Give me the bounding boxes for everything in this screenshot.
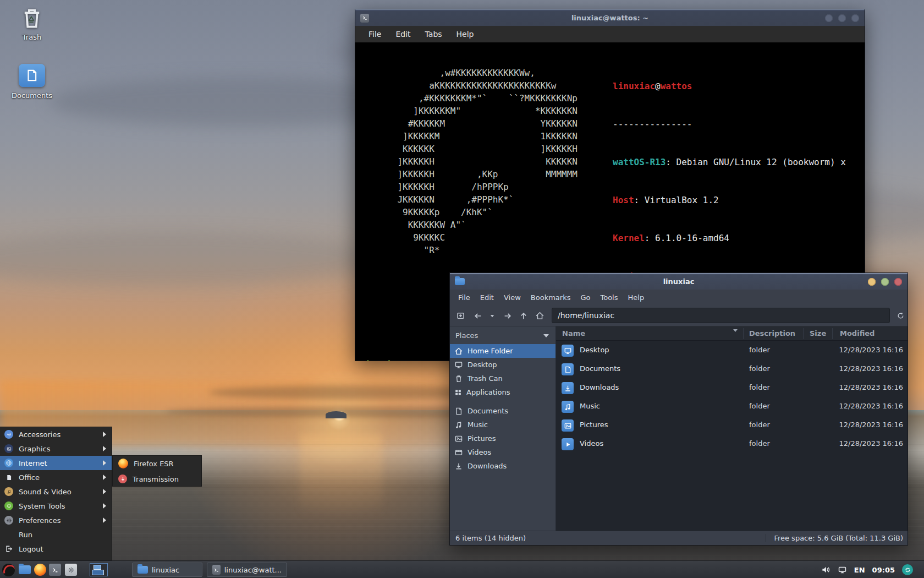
home-icon[interactable]: [532, 309, 547, 323]
submenu-item-firefox[interactable]: Firefox ESR: [113, 456, 201, 471]
terminal-launcher[interactable]: [48, 563, 62, 576]
file-row-videos[interactable]: Videos folder 12/28/2023 16:16: [556, 435, 908, 454]
new-tab-icon[interactable]: [453, 309, 468, 323]
picture-icon: [454, 434, 463, 443]
documents-folder-icon: [19, 64, 45, 89]
menu-edit[interactable]: Edit: [390, 29, 416, 40]
workspace-pager[interactable]: [90, 563, 108, 576]
terminal-titlebar[interactable]: linuxiac@wattos: ~: [355, 9, 865, 26]
file-row-downloads[interactable]: Downloads folder 12/28/2023 16:16: [556, 379, 908, 397]
desktop-icon-documents[interactable]: Documents: [11, 63, 53, 100]
terminal-window-title: linuxiac@wattos: ~: [355, 14, 865, 22]
submenu-arrow-icon: [103, 517, 106, 523]
update-sync-icon[interactable]: [902, 564, 913, 575]
path-input[interactable]: [552, 308, 890, 323]
file-row-desktop[interactable]: Desktop folder 12/28/2023 16:16: [556, 341, 908, 360]
submenu-arrow-icon: [103, 432, 106, 437]
menu-item-graphics[interactable]: Graphics: [0, 441, 112, 456]
sidebar-item-applications[interactable]: Applications: [450, 385, 556, 399]
menu-item-internet[interactable]: Internet: [0, 456, 112, 470]
videos-folder-icon: [562, 438, 574, 450]
minimize-button[interactable]: [868, 278, 876, 286]
taskbar: linuxiac linuxiac@watt... EN 09:05: [0, 560, 924, 578]
close-button[interactable]: [894, 278, 902, 286]
fm-file-list: Name Description Size Modified Desktop f…: [556, 326, 908, 531]
places-header[interactable]: Places: [450, 326, 556, 344]
neofetch-line: wattOS-R13: Debian GNU/Linux 12 (bookwor…: [613, 156, 846, 168]
firefox-launcher[interactable]: [34, 563, 47, 576]
back-icon[interactable]: [471, 309, 485, 323]
menu-bookmarks[interactable]: Bookmarks: [526, 292, 576, 303]
column-name[interactable]: Name: [562, 329, 585, 337]
firefox-icon: [118, 459, 128, 468]
minimize-button[interactable]: [825, 14, 833, 22]
sidebar-item-documents[interactable]: Documents: [450, 404, 556, 418]
fm-titlebar[interactable]: linuxiac: [450, 273, 908, 290]
forward-icon[interactable]: [501, 309, 515, 323]
desktop-icon-label: Trash: [11, 33, 53, 41]
app-menu-button[interactable]: [2, 563, 15, 576]
sidebar-item-trash[interactable]: Trash Can: [450, 372, 556, 385]
file-row-pictures[interactable]: Pictures folder 12/28/2023 16:16: [556, 416, 908, 435]
sidebar-item-pictures[interactable]: Pictures: [450, 432, 556, 445]
menu-item-accessories[interactable]: Accessories: [0, 427, 112, 441]
file-manager-launcher[interactable]: [18, 563, 31, 576]
sidebar-item-downloads[interactable]: Downloads: [450, 459, 556, 473]
task-button-terminal[interactable]: linuxiac@watt...: [207, 563, 287, 577]
volume-icon[interactable]: [821, 565, 831, 575]
settings-launcher[interactable]: [64, 563, 78, 576]
column-description[interactable]: Description: [749, 329, 795, 337]
maximize-button[interactable]: [838, 14, 846, 22]
submenu-arrow-icon: [103, 460, 106, 466]
sidebar-item-videos[interactable]: Videos: [450, 445, 556, 459]
menu-item-office[interactable]: Office: [0, 470, 112, 484]
desktop-icon-trash[interactable]: Trash: [11, 6, 53, 41]
history-dropdown-icon[interactable]: [485, 309, 499, 323]
close-button[interactable]: [851, 14, 859, 22]
menu-item-run[interactable]: Run: [0, 527, 112, 542]
submenu-arrow-icon: [103, 446, 106, 451]
submenu-arrow-icon: [103, 475, 106, 480]
sidebar-item-music[interactable]: Music: [450, 418, 556, 432]
file-row-music[interactable]: Music folder 12/28/2023 16:16: [556, 397, 908, 416]
file-row-documents[interactable]: Documents folder 12/28/2023 16:16: [556, 360, 908, 379]
menu-tools[interactable]: Tools: [595, 292, 623, 303]
sidebar-item-home[interactable]: Home Folder: [450, 344, 556, 358]
reload-icon[interactable]: [893, 309, 908, 323]
menu-tabs[interactable]: Tabs: [420, 29, 448, 40]
keyboard-layout-indicator[interactable]: EN: [854, 566, 865, 574]
column-modified[interactable]: Modified: [840, 329, 875, 337]
submenu-item-transmission[interactable]: Transmission: [113, 471, 201, 487]
pager-window: [94, 565, 101, 570]
home-icon: [454, 347, 463, 356]
places-dropdown-icon[interactable]: [543, 334, 549, 337]
task-button-file-manager[interactable]: linuxiac: [132, 563, 202, 577]
pager-window: [92, 570, 104, 575]
menu-item-preferences[interactable]: Preferences: [0, 513, 112, 527]
terminal-icon: [49, 564, 61, 576]
desktop-icon: [454, 361, 463, 369]
menu-help[interactable]: Help: [451, 29, 480, 40]
clock[interactable]: 09:05: [872, 566, 895, 574]
menu-edit[interactable]: Edit: [475, 292, 499, 303]
menu-go[interactable]: Go: [575, 292, 595, 303]
video-icon: [454, 448, 463, 457]
menu-view[interactable]: View: [499, 292, 526, 303]
pictures-folder-icon: [562, 419, 574, 432]
menu-help[interactable]: Help: [623, 292, 650, 303]
display-icon[interactable]: [838, 565, 847, 575]
menu-item-logout[interactable]: Logout: [0, 542, 112, 556]
wattos-logo-icon: [2, 564, 15, 576]
menu-file[interactable]: File: [363, 29, 387, 40]
fm-sidebar: Places Home Folder Desktop Trash Can: [450, 326, 556, 531]
menu-item-system-tools[interactable]: System Tools: [0, 499, 112, 513]
menu-file[interactable]: File: [453, 292, 475, 303]
document-icon: [454, 407, 463, 416]
sidebar-item-desktop[interactable]: Desktop: [450, 358, 556, 372]
maximize-button[interactable]: [881, 278, 889, 286]
column-size[interactable]: Size: [810, 329, 826, 337]
free-space: Free space: 5.6 GiB (Total: 11.3 GiB): [766, 534, 903, 542]
up-icon[interactable]: [516, 309, 531, 323]
menu-item-sound-video[interactable]: Sound & Video: [0, 484, 112, 499]
application-menu: Accessories Graphics Internet Office Sou…: [0, 427, 112, 560]
